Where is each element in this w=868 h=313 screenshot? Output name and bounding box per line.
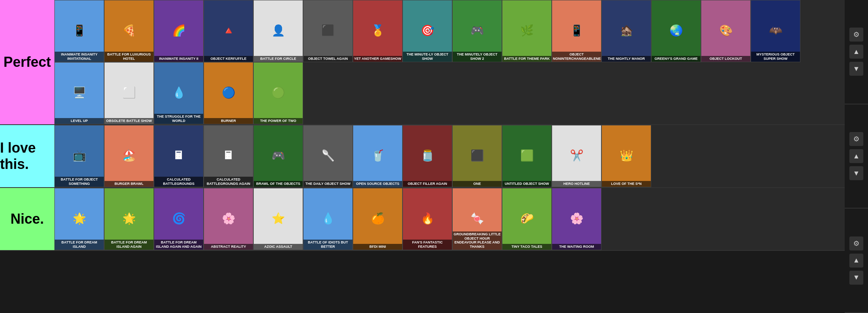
show-emoji: 🔺	[222, 25, 235, 36]
show-title: OPEN SOURCE OBJECTS	[353, 181, 402, 187]
show-title: OBJECT FILLER AGAIN	[403, 181, 452, 187]
show-emoji: 🖩	[173, 150, 184, 161]
show-emoji: 🍕	[122, 25, 136, 36]
tier-row-love: I love this.📺BATTLE FOR OBJECT SOMETHING…	[0, 125, 845, 188]
show-card[interactable]: 🍕BATTLE FOR LUXURIOUS HOTEL	[104, 0, 154, 62]
show-title: BURGER BRAWL	[105, 181, 153, 187]
show-card[interactable]: 🎮The Minutely Object Show 2	[452, 0, 502, 62]
show-card[interactable]: 🎯THE MINUTE-LY OBJECT SHOW	[403, 0, 452, 62]
down-button[interactable]: ▼	[849, 166, 863, 180]
show-title: THE STRUGGLE FOR THE WORLD	[154, 114, 203, 124]
show-emoji: 👑	[620, 150, 633, 161]
show-emoji: 💧	[172, 87, 186, 98]
show-card[interactable]: 🏖️BURGER BRAWL	[104, 125, 154, 187]
show-title: ABSTRACT REALITY	[204, 244, 253, 250]
show-emoji: 🌈	[172, 25, 186, 36]
show-card[interactable]: 🟩Untitled Object Show	[502, 125, 552, 187]
show-emoji: 🎮	[272, 150, 285, 161]
show-title: THE MINUTE-LY OBJECT SHOW	[403, 52, 452, 62]
show-card[interactable]: ⬜OBSOLETE BATTLE SHOW	[104, 62, 154, 124]
show-title: YET ANOTHER GAMESHOW	[353, 56, 402, 62]
show-emoji: 👤	[272, 25, 285, 36]
show-title: Greeny's Grand Game	[652, 56, 701, 62]
down-button[interactable]: ▼	[849, 62, 863, 76]
show-emoji: 🏚️	[620, 25, 633, 36]
show-emoji: 🌟	[122, 213, 136, 224]
show-card[interactable]: 🖥️Level Up	[54, 62, 104, 124]
show-card[interactable]: 🌸The Waiting Room	[552, 188, 601, 250]
show-card[interactable]: 🌏Greeny's Grand Game	[651, 0, 701, 62]
show-card[interactable]: 🖩Calculated Battlegrounds	[154, 125, 204, 187]
show-card[interactable]: 🔥FAN'S FANTASTIC FEATURES	[403, 188, 452, 250]
show-emoji: 🖩	[223, 150, 234, 161]
gear-button[interactable]: ⚙	[849, 236, 863, 250]
show-emoji: 🌟	[73, 213, 86, 224]
tier-controls-love: ⚙▲▼	[845, 104, 868, 209]
show-emoji: 📺	[73, 150, 86, 161]
show-card[interactable]: 🌀BATTLE FOR DREAM ISLAND AGAIN AND AGAIN	[154, 188, 204, 250]
up-button[interactable]: ▲	[849, 149, 863, 163]
down-button[interactable]: ▼	[849, 271, 863, 285]
show-title: MYSTERIOUS OBJECT SUPER SHOW	[751, 52, 800, 62]
show-title: THE DAILY OBJECT SHOW	[303, 181, 352, 187]
show-card[interactable]: 🍬Groundbreaking Little Object Hour Endea…	[452, 188, 502, 250]
show-title: AZOIC ASSAULT	[254, 244, 303, 250]
show-title: INANIMATE INSANITY INVITATIONAL	[55, 52, 104, 62]
show-card[interactable]: 🔵BURNER	[204, 62, 253, 124]
gear-button[interactable]: ⚙	[849, 132, 863, 146]
show-emoji: 🏅	[371, 25, 385, 36]
show-card[interactable]: ⬛OBJECT TOWEL AGAIN	[303, 0, 353, 62]
show-title: Calculated Battlegrounds Again	[204, 177, 253, 187]
show-emoji: 📱	[73, 25, 86, 36]
show-card[interactable]: 💧Battle of Idiots but Better	[303, 188, 353, 250]
show-card[interactable]: 🌿Battle for Theme Park	[502, 0, 552, 62]
tier-row-perfect: Perfect📱INANIMATE INSANITY INVITATIONAL🍕…	[0, 0, 845, 125]
show-card[interactable]: 🔺Object Kerfuffle	[204, 0, 253, 62]
up-button[interactable]: ▲	[849, 254, 863, 268]
show-card[interactable]: 🎨OBJECT LOCKOUT	[701, 0, 751, 62]
show-card[interactable]: 🫙OBJECT FILLER AGAIN	[403, 125, 452, 187]
show-title: The Minutely Object Show 2	[453, 52, 502, 62]
show-card[interactable]: 🥤OPEN SOURCE OBJECTS	[353, 125, 403, 187]
show-card[interactable]: 🌟BATTLE FOR DREAM ISLAND	[54, 188, 104, 250]
show-emoji: 🍊	[371, 213, 385, 224]
show-card[interactable]: 📱Object Noninterchangeableness	[552, 0, 601, 62]
show-card[interactable]: 🌮Tiny Taco Tales	[502, 188, 552, 250]
show-card[interactable]: 🟢THE POWER OF TWO	[253, 62, 303, 124]
show-card[interactable]: 🥄THE DAILY OBJECT SHOW	[303, 125, 353, 187]
show-card[interactable]: ⬛ONE	[452, 125, 502, 187]
tier-items-perfect: 📱INANIMATE INSANITY INVITATIONAL🍕BATTLE …	[54, 0, 845, 124]
show-card[interactable]: 🦇MYSTERIOUS OBJECT SUPER SHOW	[751, 0, 800, 62]
show-card[interactable]: 🏚️THE NIGHTLY MANOR	[601, 0, 651, 62]
show-card[interactable]: 🏅YET ANOTHER GAMESHOW	[353, 0, 403, 62]
show-card[interactable]: 📺BATTLE FOR OBJECT SOMETHING	[54, 125, 104, 187]
show-title: Battle of Idiots but Better	[303, 240, 352, 250]
tier-controls-perfect: ⚙▲▼	[845, 0, 868, 104]
show-card[interactable]: 🌸ABSTRACT REALITY	[204, 188, 253, 250]
gear-button[interactable]: ⚙	[849, 28, 863, 42]
show-title: BATTLE FOR DREAM ISLAND	[55, 240, 104, 250]
show-card[interactable]: ✂️Hero Hotline	[552, 125, 601, 187]
up-button[interactable]: ▲	[849, 45, 863, 59]
tier-label-nice: Nice.	[0, 188, 54, 250]
show-title: BATTLE FOR LUXURIOUS HOTEL	[105, 52, 153, 62]
show-title: BRAWL OF THE OBJECTS	[254, 181, 303, 187]
show-card[interactable]: 🖩Calculated Battlegrounds Again	[204, 125, 253, 187]
show-title: BURNER	[204, 118, 253, 124]
show-card[interactable]: 🌟BATTLE FOR DREAM ISLAND AGAIN	[104, 188, 154, 250]
show-card[interactable]: 👤BATTLE FOR CIRCLE	[253, 0, 303, 62]
show-card[interactable]: 🌈INANIMATE INSANITY II	[154, 0, 204, 62]
show-card[interactable]: 🎮BRAWL OF THE OBJECTS	[253, 125, 303, 187]
show-title: Groundbreaking Little Object Hour Endeav…	[453, 231, 502, 250]
show-emoji: 🖥️	[73, 87, 86, 98]
show-title: THE POWER OF TWO	[254, 118, 303, 124]
tier-items-love: 📺BATTLE FOR OBJECT SOMETHING🏖️BURGER BRA…	[54, 125, 845, 187]
show-card[interactable]: 🍊BFDI MINI	[353, 188, 403, 250]
show-emoji: 🟢	[272, 87, 285, 98]
show-card[interactable]: 💧THE STRUGGLE FOR THE WORLD	[154, 62, 204, 124]
show-card[interactable]: 📱INANIMATE INSANITY INVITATIONAL	[54, 0, 104, 62]
show-card[interactable]: 👑Love of the S*n	[601, 125, 651, 187]
show-card[interactable]: ⭐AZOIC ASSAULT	[253, 188, 303, 250]
tier-controls-nice: ⚙▲▼	[845, 209, 868, 313]
show-emoji: 🎨	[719, 25, 733, 36]
